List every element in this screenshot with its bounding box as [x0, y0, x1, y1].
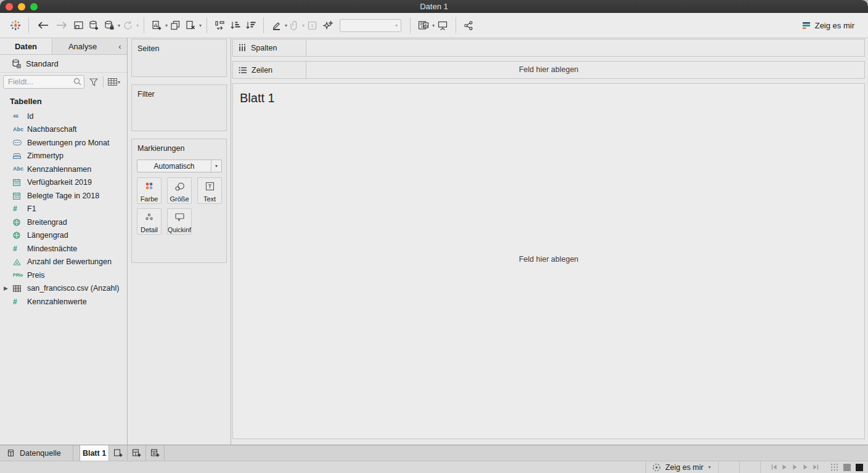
- zoom-window-button[interactable]: [30, 3, 38, 10]
- sheet-title: Blatt 1: [240, 91, 275, 105]
- field-item[interactable]: Breitengrad: [0, 216, 127, 229]
- new-worksheet-icon[interactable]: [149, 16, 165, 34]
- datasource-tab[interactable]: Datenquelle: [0, 445, 73, 461]
- last-sheet-icon[interactable]: [813, 464, 819, 471]
- tab-analyse[interactable]: Analyse: [52, 38, 113, 54]
- number-hash-icon: #: [13, 298, 17, 305]
- sheet-canvas[interactable]: Blatt 1 Feld hier ablegen: [232, 83, 865, 439]
- field-item[interactable]: AbcKennzahlennamen: [0, 163, 127, 176]
- new-dashboard-tab-button[interactable]: [128, 445, 146, 461]
- back-icon[interactable]: [34, 16, 52, 34]
- sort-descending-icon[interactable]: [243, 16, 258, 34]
- marks-button-detail-dots[interactable]: Detail: [137, 208, 162, 235]
- field-label: Preis: [27, 271, 44, 280]
- pages-shelf[interactable]: Seiten: [131, 39, 227, 77]
- show-me-status-caret-icon: ▾: [708, 464, 711, 470]
- rows-shelf-row: Zeilen Feld hier ablegen: [232, 61, 865, 79]
- marks-button-size-circles[interactable]: Größe: [167, 177, 192, 204]
- marks-button-color-dots[interactable]: Farbe: [137, 177, 162, 204]
- field-item[interactable]: PRIoPreis: [0, 269, 127, 282]
- number-hash-icon: #: [13, 205, 17, 212]
- room-type-bed-icon: [13, 153, 21, 160]
- search-input[interactable]: [3, 75, 84, 89]
- view-options-icon[interactable]: [108, 78, 117, 86]
- field-item[interactable]: Belegte Tage in 2018: [0, 189, 127, 203]
- number-id-icon: 46: [13, 114, 18, 119]
- titlebar: Daten 1: [0, 0, 868, 13]
- new-story-tab-button[interactable]: [146, 445, 165, 461]
- collapse-pane-icon[interactable]: ‹: [113, 38, 127, 54]
- presentation-mode-icon[interactable]: [435, 16, 451, 34]
- field-label: Belegte Tage in 2018: [27, 192, 99, 200]
- show-me-toggle[interactable]: Zeig es mir: [802, 21, 861, 30]
- triangle-bin-icon: [13, 259, 21, 265]
- field-item[interactable]: Zimmertyp: [0, 150, 127, 163]
- pages-title: Seiten: [132, 39, 226, 53]
- pause-auto-updates-icon[interactable]: [102, 16, 117, 34]
- duplicate-sheet-icon[interactable]: [168, 16, 183, 34]
- globe-icon: [13, 232, 20, 239]
- price-icon: PRIo: [13, 273, 23, 277]
- field-list: 46IdAbcNachbarschaftBewertungen pro Mona…: [0, 108, 127, 309]
- field-label: san_francisco.csv (Anzahl): [27, 284, 119, 293]
- first-sheet-icon[interactable]: [771, 464, 777, 471]
- columns-shelf-row: Spalten: [232, 39, 865, 57]
- new-worksheet-tab-icon: [113, 448, 123, 458]
- clear-sheet-icon[interactable]: [183, 16, 199, 34]
- field-item[interactable]: AbcNachbarschaft: [0, 123, 127, 137]
- field-item[interactable]: Längengrad: [0, 229, 127, 243]
- highlight-icon[interactable]: [269, 16, 284, 34]
- mark-type-dropdown[interactable]: Automatisch ▾: [137, 160, 222, 172]
- field-label: Anzahl der Bewertungen: [27, 257, 112, 266]
- columns-shelf[interactable]: [306, 39, 865, 57]
- show-hide-cards-icon[interactable]: [416, 16, 432, 34]
- color-icon: [144, 182, 154, 191]
- field-item[interactable]: Bewertungen pro Monat: [0, 136, 127, 150]
- datasource-connection[interactable]: Standard: [0, 55, 127, 73]
- marks-button-text-box[interactable]: Text: [197, 177, 222, 204]
- field-label: Längengrad: [27, 231, 68, 240]
- save-icon[interactable]: [71, 16, 86, 34]
- field-item[interactable]: Verfügbarkeit 2019: [0, 176, 127, 190]
- previous-sheet-icon[interactable]: [781, 464, 788, 471]
- filter-fields-icon[interactable]: [89, 78, 98, 86]
- view-options-caret-icon[interactable]: ▾: [118, 79, 120, 85]
- field-item[interactable]: #F1: [0, 203, 127, 216]
- field-item[interactable]: #Kennzahlenwerte: [0, 295, 127, 309]
- status-bar: Zeig es mir ▾: [0, 461, 868, 473]
- sort-ascending-icon[interactable]: [227, 16, 243, 34]
- share-icon[interactable]: [461, 16, 476, 34]
- search-icon: [73, 78, 81, 86]
- tableau-logo-icon[interactable]: [7, 16, 23, 34]
- tab-daten[interactable]: Daten: [0, 38, 52, 54]
- close-window-button[interactable]: [6, 3, 13, 10]
- tabs-view-icon[interactable]: [856, 464, 863, 471]
- field-item[interactable]: 46Id: [0, 110, 127, 123]
- clear-caret-icon[interactable]: ▾: [199, 23, 202, 28]
- filters-shelf[interactable]: Filter: [131, 84, 227, 131]
- field-item[interactable]: ▶san_francisco.csv (Anzahl): [0, 282, 127, 296]
- columns-shelf-label: Spalten: [232, 39, 306, 57]
- datasource-tab-icon: [7, 449, 15, 457]
- filters-title: Filter: [132, 85, 226, 99]
- sheet-sorter-view-icon[interactable]: [827, 463, 843, 471]
- field-item[interactable]: Anzahl der Bewertungen: [0, 256, 127, 269]
- sheet-tab-blatt1[interactable]: Blatt 1: [80, 445, 109, 461]
- field-item[interactable]: #Mindestnächte: [0, 242, 127, 256]
- rows-shelf[interactable]: [306, 61, 865, 79]
- fix-axes-icon[interactable]: [320, 16, 336, 34]
- show-me-status-dropdown[interactable]: Zeig es mir ▾: [646, 461, 718, 473]
- new-datasource-icon[interactable]: [86, 16, 102, 34]
- filmstrip-view-icon[interactable]: [843, 464, 851, 471]
- expand-chevron-icon[interactable]: ▶: [4, 285, 8, 291]
- play-sheets-icon[interactable]: [792, 464, 798, 471]
- marks-button-label: Größe: [170, 195, 189, 203]
- next-sheet-icon[interactable]: [802, 464, 809, 471]
- new-worksheet-tab-button[interactable]: [109, 445, 128, 461]
- marks-button-label: Detail: [141, 225, 158, 234]
- show-me-icon: [802, 22, 811, 30]
- field-label: Mindestnächte: [27, 245, 77, 253]
- marks-button-tooltip-bubble[interactable]: Quickinfo: [167, 208, 192, 235]
- minimize-window-button[interactable]: [18, 3, 25, 10]
- swap-rows-columns-icon[interactable]: [212, 16, 227, 34]
